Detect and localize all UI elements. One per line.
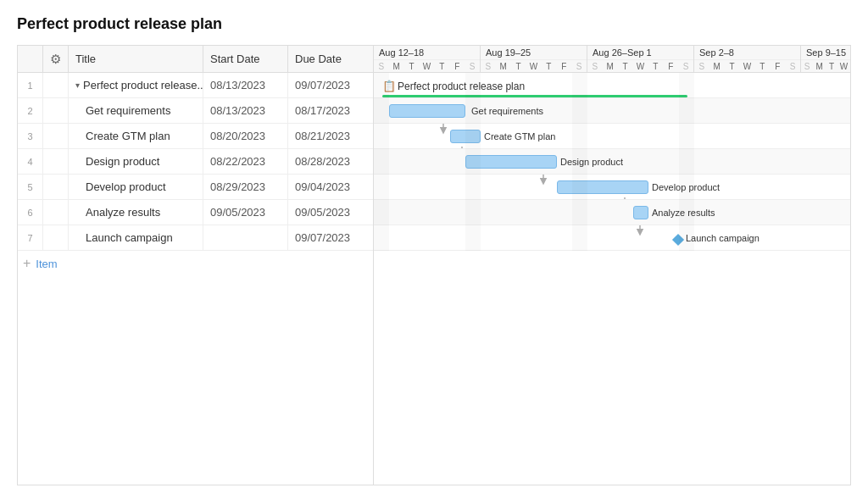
task-bar-label: Launch campaign	[686, 233, 760, 243]
gantt-row-4: Design product	[374, 149, 851, 175]
day-label: F	[556, 60, 571, 72]
row-number: 4	[18, 149, 43, 174]
row-gear	[43, 98, 69, 123]
day-label: T	[511, 60, 526, 72]
task-title[interactable]: Get requirements	[69, 98, 203, 123]
day-label: M	[603, 60, 618, 72]
week-label: Aug 12–18	[374, 46, 480, 60]
day-label: T	[618, 60, 633, 72]
day-label: T	[434, 60, 449, 72]
task-title[interactable]: Develop product	[69, 175, 203, 199]
row-number: 5	[18, 175, 43, 199]
due-date-header: Due Date	[288, 46, 373, 72]
calendar-icon: 📋	[382, 80, 394, 92]
day-label: S	[465, 60, 480, 72]
task-title[interactable]: Create GTM plan	[69, 124, 203, 148]
row-number: 1	[18, 73, 43, 97]
gantt-chart: Aug 12–18 S M T W T F S Aug 19–25 S	[373, 45, 851, 485]
day-label: S	[694, 60, 709, 72]
task-start: 09/05/2023	[203, 200, 288, 225]
day-label: F	[770, 60, 785, 72]
gantt-row-project: 📋 Perfect product release plan	[374, 73, 851, 98]
row-gear	[43, 149, 69, 174]
row-num-header	[18, 46, 43, 72]
task-due: 08/28/2023	[288, 149, 373, 174]
row-number: 3	[18, 124, 43, 148]
page-title: Perfect product release plan	[17, 15, 851, 33]
task-start: 08/29/2023	[203, 175, 288, 199]
day-label: S	[571, 60, 587, 72]
table-row: 3 Create GTM plan 08/20/2023 08/21/2023	[18, 124, 373, 149]
task-bar-analyze[interactable]	[633, 206, 648, 219]
day-label: M	[813, 60, 825, 72]
day-label: W	[526, 60, 542, 72]
task-due: 08/17/2023	[288, 98, 373, 123]
settings-header[interactable]: ⚙	[43, 46, 69, 72]
add-item-row[interactable]: + Item	[18, 251, 373, 276]
row-gear	[43, 124, 69, 148]
task-due: 08/21/2023	[288, 124, 373, 148]
row-gear	[43, 175, 69, 199]
task-bar-label: Develop product	[652, 182, 720, 192]
week-label: Aug 19–25	[481, 46, 587, 60]
gantt-row-3: Create GTM plan	[374, 124, 851, 149]
day-label: S	[801, 60, 813, 72]
day-label: T	[541, 60, 556, 72]
task-bar-develop[interactable]	[557, 180, 648, 194]
task-title[interactable]: Launch campaign	[69, 225, 203, 250]
table-header: ⚙ Title Start Date Due Date	[18, 46, 373, 73]
day-label: T	[850, 60, 851, 72]
table-row: 5 Develop product 08/29/2023 09/04/2023	[18, 175, 373, 200]
task-bar-label: Design product	[560, 157, 623, 167]
add-icon[interactable]: +	[23, 256, 31, 271]
start-date-header: Start Date	[203, 46, 288, 72]
day-label: T	[754, 60, 770, 72]
task-due: 09/04/2023	[288, 175, 373, 199]
project-bar-label: Perfect product release plan	[398, 80, 525, 92]
week-label: Sep 2–8	[694, 46, 800, 60]
task-due: 09/05/2023	[288, 200, 373, 225]
task-start: 08/13/2023	[203, 73, 288, 97]
table-row: 1 ▾ Perfect product release... 08/13/202…	[18, 73, 373, 98]
gantt-header: Aug 12–18 S M T W T F S Aug 19–25 S	[374, 46, 850, 73]
row-number: 7	[18, 225, 43, 250]
day-label: S	[481, 60, 496, 72]
task-title[interactable]: ▾ Perfect product release...	[69, 73, 203, 97]
task-title[interactable]: Analyze results	[69, 200, 203, 225]
day-label: M	[389, 60, 404, 72]
row-number: 6	[18, 200, 43, 225]
task-bar-get-requirements[interactable]	[389, 104, 465, 118]
chevron-down-icon: ▾	[75, 80, 80, 90]
project-progress-bar	[382, 95, 687, 97]
task-title[interactable]: Design product	[69, 149, 203, 174]
row-gear	[43, 225, 69, 250]
task-bar-label: Analyze results	[652, 208, 715, 218]
task-bar-design[interactable]	[465, 155, 557, 169]
title-header: Title	[69, 46, 203, 72]
day-label: S	[678, 60, 693, 72]
week-group-4: Sep 2–8 S M T W T F S	[694, 46, 801, 72]
week-group-1: Aug 12–18 S M T W T F S	[374, 46, 481, 72]
task-table: ⚙ Title Start Date Due Date 1 ▾ Perfect …	[17, 45, 373, 485]
day-label: S	[785, 60, 800, 72]
day-label: W	[740, 60, 755, 72]
task-bar-label: Create GTM plan	[484, 131, 555, 141]
week-group-2: Aug 19–25 S M T W T F S	[481, 46, 587, 72]
add-item-label[interactable]: Item	[36, 258, 57, 270]
gantt-row-6: Analyze results	[374, 200, 851, 225]
task-bar-create-gtm[interactable]	[450, 130, 481, 143]
day-label: F	[449, 60, 465, 72]
day-label: T	[725, 60, 740, 72]
day-label: W	[837, 60, 849, 72]
table-row: 2 Get requirements 08/13/2023 08/17/2023	[18, 98, 373, 124]
milestone-diamond	[674, 234, 682, 247]
table-row: 6 Analyze results 09/05/2023 09/05/2023	[18, 200, 373, 225]
gantt-body: 📋 Perfect product release plan Get requi…	[374, 73, 851, 251]
day-label: T	[826, 60, 837, 72]
week-group-5: Sep 9–15 S M T W T	[801, 46, 851, 72]
task-start	[203, 225, 288, 250]
day-label: S	[587, 60, 603, 72]
task-start: 08/13/2023	[203, 98, 288, 123]
task-start: 08/22/2023	[203, 149, 288, 174]
day-label: W	[633, 60, 648, 72]
